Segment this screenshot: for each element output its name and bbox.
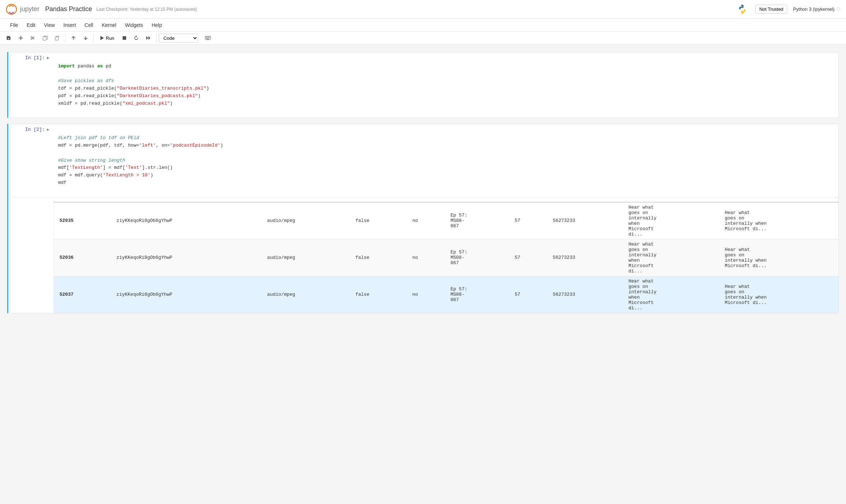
string-podcasts: "DarknetDiaries_podcasts.pkl" bbox=[117, 93, 198, 99]
plain-text: pd bbox=[103, 63, 111, 69]
string-textlength: 'TextLength' bbox=[69, 165, 103, 170]
menu-cell[interactable]: Cell bbox=[80, 21, 98, 29]
col-8a-header bbox=[623, 198, 719, 202]
cell-1-inner: In [1]: ▶ import pandas as pd #Save pick… bbox=[11, 52, 839, 118]
row-52037-col5: Ep 57:MS08-067 bbox=[445, 276, 509, 313]
col-5-header bbox=[445, 198, 509, 202]
run-all-button[interactable] bbox=[143, 33, 154, 43]
python-logo-icon bbox=[737, 4, 748, 15]
output-table-scroll[interactable]: 52035 ziyKKeqoRi8gOb6gYhwP audio/mpeg fa… bbox=[54, 198, 838, 313]
menu-edit[interactable]: Edit bbox=[23, 21, 40, 29]
cell-type-dropdown[interactable]: Code Markdown Raw NBConvert bbox=[159, 34, 198, 43]
cell-2-output: 52035 ziyKKeqoRi8gOb6gYhwP audio/mpeg fa… bbox=[11, 197, 838, 313]
string-transcripts: "DarknetDiaries_transcripts.pkl" bbox=[117, 86, 206, 91]
row-52037-col6: 57 bbox=[509, 276, 547, 313]
top-bar: jupyter Pandas Practice Last Checkpoint:… bbox=[0, 0, 846, 19]
row-52035-col6: 57 bbox=[509, 202, 547, 239]
cell-2-expand-icon[interactable]: ▶ bbox=[47, 127, 49, 132]
col-1-header bbox=[111, 198, 262, 202]
string-query: 'TextLength > 10' bbox=[103, 172, 151, 178]
keyword-import: import bbox=[58, 63, 75, 69]
jupyter-text: jupyter bbox=[20, 5, 39, 13]
cell-1-code[interactable]: import pandas as pd #Save pickles as dfs… bbox=[54, 52, 838, 118]
menu-insert[interactable]: Insert bbox=[59, 21, 80, 29]
copy-button[interactable] bbox=[39, 33, 51, 43]
stop-button[interactable] bbox=[119, 33, 130, 43]
notebook-title[interactable]: Pandas Practice bbox=[45, 5, 92, 13]
add-cell-button[interactable] bbox=[15, 33, 27, 43]
cell-2-code[interactable]: #Left join pdf to tdf on PEid mdf = pd.m… bbox=[54, 124, 838, 197]
col-7-header bbox=[547, 198, 623, 202]
col-8b-header bbox=[719, 198, 838, 202]
menu-bar: File Edit View Insert Cell Kernel Widget… bbox=[0, 19, 846, 32]
save-button[interactable] bbox=[3, 33, 14, 43]
cell-1-prompt: In [1]: ▶ bbox=[11, 52, 54, 63]
svg-rect-7 bbox=[206, 37, 206, 37]
menu-file[interactable]: File bbox=[6, 21, 23, 29]
scissors-icon bbox=[30, 35, 35, 41]
move-up-button[interactable] bbox=[68, 33, 79, 43]
plain-text: , on= bbox=[156, 143, 170, 148]
svg-rect-13 bbox=[206, 38, 207, 39]
comment-save-pickles: #Save pickles as dfs bbox=[58, 78, 114, 84]
restart-button[interactable] bbox=[130, 33, 142, 43]
row-52037-col7: 56273233 bbox=[547, 276, 623, 313]
cell-2-prompt-label: In [2]: bbox=[25, 127, 45, 132]
svg-rect-9 bbox=[208, 37, 208, 37]
move-down-button[interactable] bbox=[80, 33, 91, 43]
output-table: 52035 ziyKKeqoRi8gOb6gYhwP audio/mpeg fa… bbox=[54, 198, 838, 313]
string-left: 'left' bbox=[139, 143, 156, 148]
menu-help[interactable]: Help bbox=[147, 21, 166, 29]
plain-text: ) bbox=[220, 143, 223, 148]
col-6-header bbox=[509, 198, 547, 202]
arrow-down-icon bbox=[83, 35, 88, 41]
row-52036-col8b: Hear whatgoes oninternally whenMicrosoft… bbox=[719, 239, 838, 276]
string-peid: 'podcastEpisodeId' bbox=[170, 143, 220, 148]
comment-string-length: #Give show string length bbox=[58, 158, 125, 163]
save-icon bbox=[6, 35, 11, 41]
table-header-row bbox=[54, 198, 838, 202]
run-icon bbox=[100, 35, 104, 41]
row-52036-col3: false bbox=[350, 239, 407, 276]
jupyter-logo: jupyter bbox=[6, 4, 39, 15]
output-prompt-area bbox=[11, 198, 54, 313]
row-52036-col7: 56273233 bbox=[547, 239, 623, 276]
string-text: 'Text' bbox=[125, 165, 142, 170]
plain-text: ) bbox=[170, 101, 173, 106]
menu-view[interactable]: View bbox=[40, 21, 59, 29]
cell-1-expand-icon[interactable]: ▶ bbox=[47, 55, 49, 61]
row-52036-col1: ziyKKeqoRi8gOb6gYhwP bbox=[111, 239, 262, 276]
svg-rect-15 bbox=[209, 38, 209, 39]
kernel-status-circle bbox=[837, 8, 840, 11]
keyboard-icon bbox=[205, 36, 211, 40]
table-row-highlighted: 52037 ziyKKeqoRi8gOb6gYhwP audio/mpeg fa… bbox=[54, 276, 838, 313]
row-52035-col7: 56273233 bbox=[547, 202, 623, 239]
svg-rect-12 bbox=[206, 38, 206, 39]
kernel-label: Python 3 (ipykernel) bbox=[793, 6, 835, 12]
row-52035-index: 52035 bbox=[54, 202, 111, 239]
paste-button[interactable] bbox=[52, 33, 63, 43]
menu-kernel[interactable]: Kernel bbox=[98, 21, 120, 29]
stop-icon bbox=[122, 36, 127, 40]
row-52037-col4: no bbox=[407, 276, 445, 313]
checkpoint-info: Last Checkpoint: Yesterday at 12:15 PM (… bbox=[96, 7, 197, 12]
cell-1-prompt-label: In [1]: bbox=[25, 55, 45, 61]
toolbar-divider-1 bbox=[65, 34, 66, 42]
cut-button[interactable] bbox=[27, 33, 39, 43]
row-52035-col8a: Hear whatgoes oninternallywhenMicrosoftd… bbox=[623, 202, 719, 239]
row-52036-col8a: Hear whatgoes oninternallywhenMicrosoftd… bbox=[623, 239, 719, 276]
string-xml: "xml_podcast.pkl" bbox=[122, 101, 170, 106]
row-52035-col3: false bbox=[350, 202, 407, 239]
col-4-header bbox=[407, 198, 445, 202]
menu-widgets[interactable]: Widgets bbox=[120, 21, 147, 29]
cell-1: In [1]: ▶ import pandas as pd #Save pick… bbox=[7, 52, 839, 118]
run-button[interactable]: Run bbox=[96, 34, 118, 43]
row-52037-col2: audio/mpeg bbox=[261, 276, 350, 313]
run-label: Run bbox=[106, 35, 114, 41]
row-52036-index: 52036 bbox=[54, 239, 111, 276]
row-52035-col5: Ep 57:MS08-067 bbox=[445, 202, 509, 239]
keyboard-shortcuts-button[interactable] bbox=[202, 33, 214, 43]
output-scrollbar[interactable] bbox=[834, 198, 838, 198]
not-trusted-button[interactable]: Not Trusted bbox=[755, 5, 787, 14]
toolbar-divider-2 bbox=[94, 34, 94, 42]
